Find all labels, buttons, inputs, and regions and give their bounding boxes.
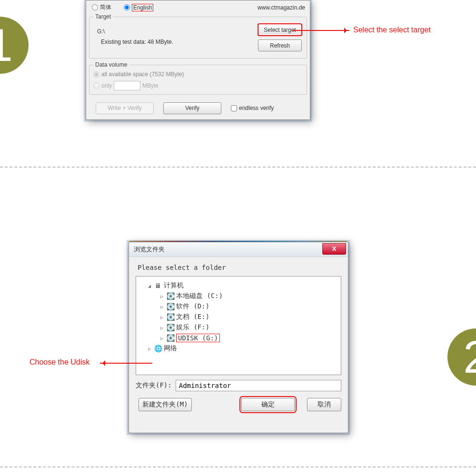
drive-icon: 💽 — [167, 313, 174, 321]
expand-icon[interactable]: ▷ — [159, 293, 165, 299]
tree-label: 娱乐 (F:) — [176, 323, 209, 332]
dialog-title: 浏览文件夹 — [134, 245, 165, 254]
divider-1 — [0, 167, 476, 168]
folder-tree[interactable]: ◢🖥计算机 ▷💽本地磁盘 (C:) ▷💽软件 (D:) ▷💽文档 (E:) ▷💽… — [136, 276, 341, 375]
tree-node-e[interactable]: ▷💽文档 (E:) — [138, 312, 337, 322]
arrow-2 — [100, 363, 152, 364]
annotation-1: Select the select target — [353, 26, 431, 34]
write-verify-button[interactable]: Write + Verify — [96, 102, 154, 114]
drive-icon: 💽 — [167, 334, 174, 342]
target-drive: G:\ — [97, 28, 173, 39]
drive-icon: 💽 — [167, 303, 174, 310]
data-volume-legend: Data volume — [93, 61, 129, 68]
ok-button[interactable]: 确定 — [241, 398, 295, 411]
dv-unit-label: MByte — [142, 82, 159, 89]
tree-label: 计算机 — [164, 281, 184, 290]
dv-only-input[interactable] — [114, 81, 140, 90]
target-group: Target G:\ Existing test data: 48 MByte.… — [89, 13, 307, 59]
select-folder-prompt: Please select a folder — [136, 262, 341, 276]
titlebar: 浏览文件夹 X — [129, 242, 348, 257]
tree-label: 文档 (E:) — [176, 313, 209, 321]
divider-2 — [0, 466, 476, 467]
browse-folder-dialog: 浏览文件夹 X Please select a folder ◢🖥计算机 ▷💽本… — [129, 242, 348, 433]
dv-radio-only[interactable]: only MByte — [93, 81, 159, 90]
drive-icon: 💽 — [167, 292, 174, 300]
collapse-icon[interactable]: ◢ — [147, 283, 152, 288]
tree-node-f[interactable]: ▷💽娱乐 (F:) — [138, 322, 337, 333]
tree-label: 网络 — [164, 344, 177, 353]
drive-icon: 💽 — [167, 324, 174, 331]
expand-icon[interactable]: ▷ — [159, 325, 165, 330]
data-volume-group: Data volume all available space (7532 MB… — [89, 61, 307, 95]
close-button[interactable]: X — [322, 243, 346, 255]
expand-icon[interactable]: ▷ — [159, 314, 165, 320]
lang-radio-cn[interactable]: 简体 — [92, 3, 111, 11]
expand-icon[interactable]: ▷ — [147, 346, 152, 351]
dv-only-label: only — [101, 82, 112, 89]
step-badge-1: 1 — [0, 17, 29, 74]
tree-node-c[interactable]: ▷💽本地磁盘 (C:) — [138, 291, 337, 301]
lang-radio-en[interactable]: English — [124, 4, 153, 11]
expand-icon[interactable]: ▷ — [159, 335, 165, 341]
dv-radio-all[interactable]: all available space (7532 MByte) — [93, 71, 184, 78]
folder-field-input[interactable] — [176, 380, 341, 391]
network-icon: 🌐 — [154, 345, 162, 352]
expand-icon[interactable]: ▷ — [159, 304, 165, 309]
tree-label: 软件 (D:) — [176, 302, 209, 311]
annotation-2: Choose the Udisk — [30, 358, 89, 367]
new-folder-button[interactable]: 新建文件夹(M) — [139, 398, 192, 411]
endless-verify-label: endless verify — [239, 105, 274, 111]
lang-en-label: English — [132, 4, 153, 11]
existing-data-label: Existing test data: 48 MByte. — [97, 39, 173, 47]
verify-button[interactable]: Verify — [163, 102, 221, 114]
cancel-button[interactable]: 取消 — [307, 398, 341, 411]
tree-node-network[interactable]: ▷🌐网络 — [138, 343, 337, 354]
step-badge-2: 2 — [447, 328, 476, 386]
arrow-1 — [292, 30, 349, 31]
refresh-button[interactable]: Refresh — [258, 40, 302, 51]
target-legend: Target — [93, 13, 113, 20]
tree-node-g[interactable]: ▷💽UDISK (G:) — [138, 333, 337, 343]
site-url: www.ctmagazin.de — [258, 4, 305, 11]
tree-node-d[interactable]: ▷💽软件 (D:) — [138, 301, 337, 312]
tree-node-computer[interactable]: ◢🖥计算机 — [138, 280, 337, 291]
tree-label: 本地磁盘 (C:) — [176, 292, 223, 300]
h2testw-dialog: 简体 English www.ctmagazin.de Target G:\ E… — [86, 0, 310, 120]
tree-label-selected: UDISK (G:) — [176, 334, 220, 342]
computer-icon: 🖥 — [154, 282, 162, 289]
dv-all-label: all available space (7532 MByte) — [101, 71, 184, 78]
endless-verify-check[interactable]: endless verify — [231, 105, 274, 111]
lang-cn-label: 简体 — [100, 3, 111, 11]
folder-field-label: 文件夹(F): — [136, 381, 172, 390]
